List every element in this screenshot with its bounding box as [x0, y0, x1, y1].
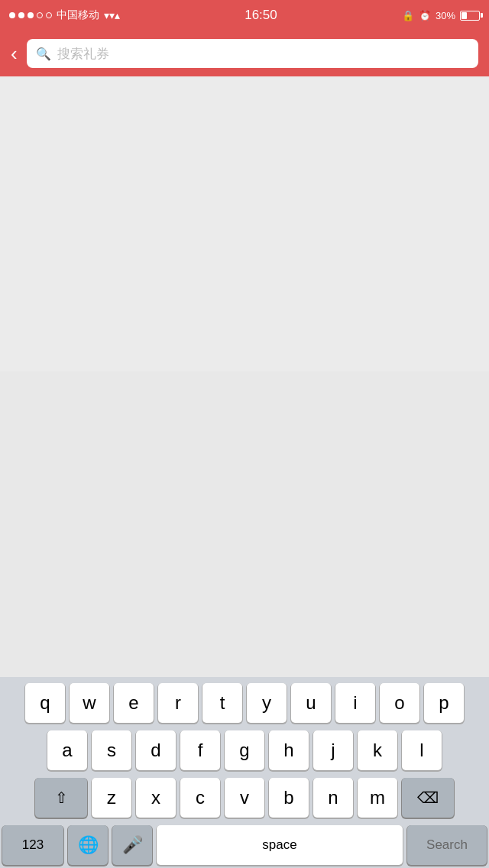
shift-icon: ⇧	[55, 789, 68, 807]
dot3	[28, 12, 34, 18]
battery-fill	[461, 12, 467, 19]
battery-icon	[460, 11, 480, 21]
alarm-icon: ⏰	[419, 10, 431, 21]
dot5	[46, 12, 52, 18]
delete-icon: ⌫	[417, 789, 439, 807]
key-e[interactable]: e	[114, 683, 154, 723]
key-o[interactable]: o	[380, 683, 419, 723]
key-w[interactable]: w	[70, 683, 109, 723]
key-mic[interactable]: 🎤	[112, 825, 152, 865]
shift-key[interactable]: ⇧	[35, 778, 87, 818]
lock-icon: 🔒	[402, 10, 414, 21]
dot2	[18, 12, 24, 18]
status-right: 🔒 ⏰ 30%	[402, 10, 480, 21]
keyboard: q w e r t y u i o p a s d f g h j k l ⇧ …	[0, 677, 489, 868]
key-x[interactable]: x	[136, 778, 176, 818]
keyboard-row-4: 123 🌐 🎤 space Search	[2, 825, 487, 865]
key-search[interactable]: Search	[407, 825, 487, 865]
key-u[interactable]: u	[291, 683, 331, 723]
key-l[interactable]: l	[402, 730, 442, 770]
dot4	[37, 12, 43, 18]
wifi-icon: ▾▾▴	[104, 9, 120, 21]
carrier-label: 中国移动	[57, 8, 99, 22]
key-p[interactable]: p	[424, 683, 464, 723]
status-left: 中国移动 ▾▾▴	[9, 8, 120, 22]
keyboard-row-1: q w e r t y u i o p	[2, 683, 487, 723]
back-button[interactable]: ‹	[11, 44, 18, 63]
key-123[interactable]: 123	[2, 825, 63, 865]
key-v[interactable]: v	[225, 778, 264, 818]
key-n[interactable]: n	[313, 778, 353, 818]
nav-bar: ‹ 🔍 搜索礼券	[0, 31, 489, 76]
key-k[interactable]: k	[358, 730, 397, 770]
search-placeholder: 搜索礼券	[57, 45, 469, 63]
search-bar[interactable]: 🔍 搜索礼券	[27, 39, 478, 68]
key-r[interactable]: r	[158, 683, 198, 723]
key-y[interactable]: y	[247, 683, 287, 723]
key-globe[interactable]: 🌐	[68, 825, 108, 865]
key-m[interactable]: m	[358, 778, 397, 818]
key-q[interactable]: q	[25, 683, 65, 723]
keyboard-row-3: ⇧ z x c v b n m ⌫	[2, 778, 487, 818]
key-z[interactable]: z	[92, 778, 131, 818]
key-g[interactable]: g	[225, 730, 264, 770]
key-j[interactable]: j	[313, 730, 353, 770]
battery-percent: 30%	[436, 10, 455, 21]
key-f[interactable]: f	[180, 730, 220, 770]
main-content	[0, 76, 489, 371]
time-label: 16:50	[244, 8, 277, 23]
keyboard-row-2: a s d f g h j k l	[2, 730, 487, 770]
key-i[interactable]: i	[335, 683, 375, 723]
key-t[interactable]: t	[202, 683, 242, 723]
key-d[interactable]: d	[136, 730, 176, 770]
delete-key[interactable]: ⌫	[402, 778, 454, 818]
key-s[interactable]: s	[92, 730, 131, 770]
key-space[interactable]: space	[157, 825, 403, 865]
status-bar: 中国移动 ▾▾▴ 16:50 🔒 ⏰ 30%	[0, 0, 489, 31]
dot1	[9, 12, 15, 18]
signal-dots	[9, 12, 52, 18]
search-icon: 🔍	[36, 47, 51, 61]
key-a[interactable]: a	[47, 730, 87, 770]
key-h[interactable]: h	[269, 730, 309, 770]
key-c[interactable]: c	[180, 778, 220, 818]
key-b[interactable]: b	[269, 778, 309, 818]
